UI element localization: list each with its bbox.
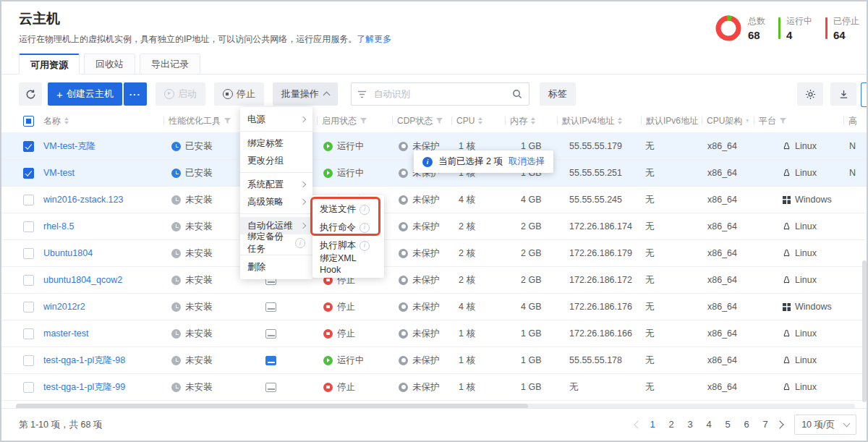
refresh-button[interactable] (19, 82, 42, 106)
table-row: master-test未安装停止未保护1 核1 GB172.26.186.166… (1, 320, 867, 347)
column-header[interactable]: CPU (451, 116, 505, 126)
tab-导出记录[interactable]: 导出记录 (140, 54, 200, 75)
prev-page-button[interactable] (634, 420, 642, 428)
batch-menu-item-电源[interactable]: 电源 (240, 111, 312, 128)
page-size-select[interactable]: 10 项/页 (794, 415, 856, 435)
submenu-item-执行命令[interactable]: 执行命令 (312, 218, 384, 237)
start-button[interactable]: 启动 (156, 82, 205, 106)
vm-name-link[interactable]: VM-test (43, 168, 75, 178)
clipped-toolbar-button[interactable] (861, 82, 868, 107)
power-state-text: 停止 (337, 328, 355, 340)
column-header[interactable]: 启用状态 (317, 115, 392, 127)
tab-可用资源[interactable]: 可用资源 (19, 54, 80, 75)
batch-menu-item-删除[interactable]: 删除 (240, 258, 312, 276)
memory-cell: 1 GB (505, 141, 557, 151)
ipv4-cell: 172.26.186.172 (557, 275, 641, 285)
vm-name-link[interactable]: Ubuntu1804 (43, 248, 93, 258)
sort-icon[interactable] (478, 117, 482, 124)
batch-menu-item-更改分组[interactable]: 更改分组 (240, 152, 312, 169)
console-icon[interactable] (265, 383, 276, 392)
tab-回收站[interactable]: 回收站 (84, 54, 135, 75)
search-icon[interactable] (512, 89, 522, 99)
next-page-button[interactable] (775, 420, 783, 428)
select-all-checkbox[interactable] (23, 116, 34, 127)
ipv6-cell: 无 (641, 194, 702, 206)
row-checkbox[interactable] (23, 355, 34, 366)
page-number-3[interactable]: 3 (683, 416, 697, 433)
ipv4-cell: 172.26.186.179 (557, 248, 641, 258)
vertical-scrollbar-thumb[interactable] (862, 260, 867, 402)
submenu-item-发送文件[interactable]: 发送文件 (312, 200, 384, 218)
row-checkbox[interactable] (23, 302, 34, 313)
console-icon[interactable] (265, 329, 276, 339)
row-checkbox[interactable] (23, 195, 34, 205)
batch-menu-item-绑定标签[interactable]: 绑定标签 (240, 135, 312, 152)
batch-menu-item-绑定备份任务[interactable]: 绑定备份任务 (240, 234, 312, 252)
column-header[interactable]: 内存 (505, 115, 557, 127)
row-checkbox[interactable] (23, 168, 34, 179)
deselect-link[interactable]: 取消选择 (509, 156, 545, 168)
console-icon[interactable] (265, 356, 276, 365)
filter-icon[interactable] (780, 118, 786, 124)
linux-icon (783, 383, 791, 392)
vm-name-link[interactable]: test-qga-1-pl克隆-99 (43, 381, 125, 394)
tag-button[interactable]: 标签 (540, 82, 576, 106)
vm-name-link[interactable]: win2016-zstack.123 (43, 195, 123, 205)
page-number-4[interactable]: 4 (702, 416, 716, 433)
arch-cell: x86_64 (702, 275, 754, 285)
batch-menu-item-高级策略[interactable]: 高级策略 (240, 193, 312, 211)
column-header[interactable]: CPU架构 (702, 115, 754, 127)
stat-value: 64 (833, 29, 859, 41)
page-number-6[interactable]: 6 (739, 416, 754, 433)
filter-icon[interactable] (436, 118, 443, 124)
cdp-status-icon (399, 356, 408, 365)
export-button[interactable] (830, 82, 856, 106)
row-checkbox[interactable] (23, 382, 34, 393)
settings-button[interactable] (797, 82, 823, 106)
sort-icon[interactable] (64, 117, 69, 124)
column-header[interactable]: CDP状态 (392, 115, 451, 127)
search-input[interactable] (373, 88, 507, 100)
column-header[interactable]: 默认IPv6地址 (641, 115, 702, 127)
vm-name-link[interactable]: rhel-8.5 (43, 221, 74, 231)
memory-cell: 2 GB (505, 248, 557, 258)
page-number-2[interactable]: 2 (664, 416, 678, 433)
batch-menu-item-系统配置[interactable]: 系统配置 (240, 176, 312, 193)
vm-name-link[interactable]: ubuntu1804_qcow2 (43, 275, 122, 285)
cdp-status-icon (399, 249, 408, 258)
arch-cell: x86_64 (702, 302, 754, 312)
sort-icon[interactable] (618, 117, 622, 124)
column-header[interactable]: 名称 (39, 115, 163, 127)
vm-name-link[interactable]: master-test (43, 328, 89, 339)
row-checkbox[interactable] (23, 141, 34, 152)
column-header[interactable]: 默认IPv4地址 (557, 115, 641, 127)
page-number-5[interactable]: 5 (720, 416, 735, 433)
batch-operations-button[interactable]: 批量操作 (273, 82, 338, 106)
row-checkbox[interactable] (23, 221, 34, 232)
console-icon[interactable] (265, 302, 276, 312)
more-actions-button[interactable]: ··· (124, 82, 147, 106)
page-number-7[interactable]: 7 (758, 416, 773, 433)
sort-icon[interactable] (531, 117, 535, 124)
stop-button[interactable]: 停止 (214, 82, 264, 106)
linux-icon (783, 222, 791, 231)
vm-name-link[interactable]: test-qga-1-pl克隆-98 (43, 354, 125, 367)
filter-icon[interactable] (360, 118, 367, 124)
search-box[interactable] (351, 82, 529, 106)
row-checkbox[interactable] (23, 328, 34, 339)
submenu-item-绑定XML Hook[interactable]: 绑定XML Hook (312, 255, 384, 273)
row-checkbox[interactable] (23, 248, 34, 259)
filter-icon[interactable] (224, 118, 231, 124)
filter-icon[interactable] (746, 118, 749, 124)
memory-cell: 1 GB (505, 355, 557, 365)
learn-more-link[interactable]: 了解更多 (357, 34, 391, 44)
arch-cell: x86_64 (702, 328, 754, 339)
page-number-1[interactable]: 1 (645, 416, 660, 433)
vm-name-link[interactable]: VM-test-克隆 (43, 140, 95, 153)
column-header[interactable]: 高 (843, 115, 868, 127)
create-vm-button[interactable]: + 创建云主机 (48, 82, 122, 106)
running-status-icon (323, 169, 333, 178)
column-header[interactable]: 平台 (754, 115, 843, 127)
vm-name-link[interactable]: win2012r2 (43, 302, 85, 312)
row-checkbox[interactable] (23, 275, 34, 286)
